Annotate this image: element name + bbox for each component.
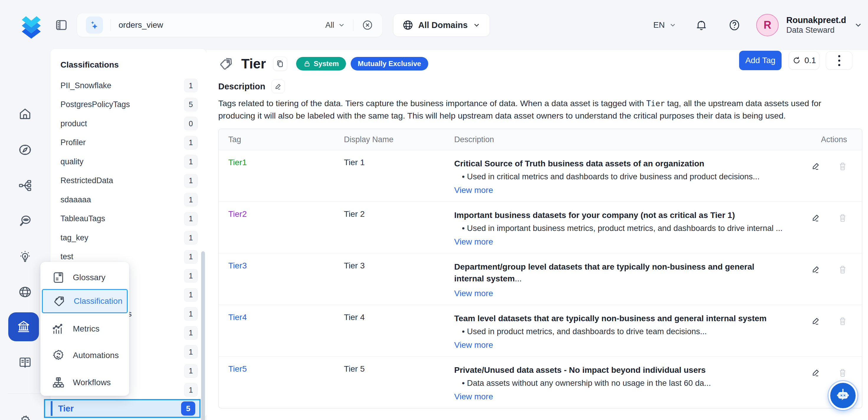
view-more-link[interactable]: View more: [454, 340, 789, 350]
topbar: orders_view All All Domains EN: [0, 0, 868, 50]
divider: [353, 19, 353, 31]
view-more-link[interactable]: View more: [454, 392, 789, 401]
ai-sparkle-icon[interactable]: [86, 17, 103, 34]
count-badge: 1: [184, 307, 197, 321]
classification-item[interactable]: RestrictedData1: [51, 171, 207, 190]
network-globe-icon[interactable]: [18, 285, 32, 299]
delete-icon[interactable]: [838, 265, 848, 275]
edit-icon[interactable]: [811, 368, 820, 377]
view-more-link[interactable]: View more: [454, 237, 789, 247]
tag-link[interactable]: Tier5: [219, 364, 335, 401]
chatbot-button[interactable]: [829, 381, 857, 410]
classification-item[interactable]: sdaaaaa1: [51, 190, 207, 209]
tag-link[interactable]: Tier1: [219, 158, 335, 195]
reporting-book-icon[interactable]: [18, 356, 32, 370]
insights-bulb-icon[interactable]: [18, 249, 32, 264]
classifications-title: Classifications: [60, 60, 119, 69]
edit-icon[interactable]: [811, 161, 820, 171]
clear-search-icon[interactable]: [362, 19, 373, 31]
count-badge: 1: [184, 345, 197, 359]
discover-compass-icon[interactable]: [18, 143, 32, 157]
robot-icon: [835, 387, 851, 404]
classification-item[interactable]: PostgresPolicyTags5: [51, 95, 207, 115]
mutually-exclusive-badge: Mutually Exclusive: [351, 57, 428, 70]
tag-link[interactable]: Tier3: [219, 261, 335, 298]
kebab-menu-button[interactable]: [826, 51, 852, 69]
table-row-tier4: Tier4 Tier 4 Team level datasets that ar…: [219, 305, 862, 356]
classification-description: Tags related to tiering of the data. Tie…: [218, 97, 859, 122]
home-icon[interactable]: [18, 107, 32, 121]
delete-icon[interactable]: [838, 161, 848, 171]
edit-icon[interactable]: [811, 316, 820, 326]
lineage-icon[interactable]: [18, 178, 32, 192]
workflows-icon: [52, 376, 65, 389]
add-tag-button[interactable]: Add Tag: [739, 51, 782, 70]
search-scope-dropdown[interactable]: All: [325, 21, 345, 30]
tags-icon: [53, 294, 66, 308]
user-role: Data Steward: [786, 25, 846, 35]
edit-icon[interactable]: [811, 213, 820, 222]
help-icon[interactable]: [728, 19, 741, 32]
version-button[interactable]: 0.1: [789, 51, 819, 69]
user-avatar[interactable]: R: [756, 14, 779, 36]
view-more-link[interactable]: View more: [454, 185, 789, 195]
rail-divider: [8, 393, 42, 394]
classification-item[interactable]: quality1: [51, 152, 207, 171]
menu-item-automations[interactable]: Automations: [40, 343, 129, 367]
settings-gear-icon[interactable]: [18, 414, 32, 420]
notifications-bell-icon[interactable]: [695, 19, 708, 32]
language-value: EN: [653, 20, 665, 30]
delete-icon[interactable]: [838, 368, 848, 378]
table-row-tier1: Tier1 Tier 1 Critical Source of Truth bu…: [219, 150, 862, 202]
table-header: Tag Display Name Description Actions: [219, 129, 862, 150]
count-badge: 1: [184, 193, 197, 206]
count-badge: 1: [184, 212, 197, 226]
menu-item-classification[interactable]: Classification: [42, 289, 128, 313]
description-row: Description: [218, 80, 285, 93]
chevron-down-icon[interactable]: [854, 21, 863, 30]
search-input[interactable]: orders_view: [119, 20, 325, 30]
sidebar-toggle-icon[interactable]: [54, 18, 68, 32]
domains-dropdown[interactable]: All Domains: [393, 13, 490, 36]
globe-icon: [402, 20, 413, 31]
bank-icon: [16, 319, 31, 334]
view-more-link[interactable]: View more: [454, 289, 789, 298]
classification-item[interactable]: PII_Snowflake1: [51, 76, 207, 95]
scrollbar-thumb[interactable]: [201, 251, 205, 420]
lock-icon: [303, 60, 311, 67]
copy-icon[interactable]: [273, 57, 287, 71]
classification-item[interactable]: tag_key1: [51, 228, 207, 247]
col-header-actions: Actions: [789, 135, 862, 144]
book-icon: [52, 271, 65, 284]
classification-item[interactable]: product0: [51, 114, 207, 133]
language-selector[interactable]: EN: [653, 20, 677, 30]
header-actions: Add Tag 0.1: [739, 50, 868, 71]
classification-item-tier-selected[interactable]: Tier 5: [44, 399, 200, 418]
delete-icon[interactable]: [838, 213, 848, 223]
classification-item[interactable]: Profiler1: [51, 133, 207, 152]
global-search-bar[interactable]: orders_view All: [77, 13, 382, 37]
governance-nav-active[interactable]: [8, 312, 39, 341]
description-label: Description: [218, 82, 266, 91]
governance-popup-menu: Glossary Classification Metrics Automati…: [40, 262, 129, 396]
page-header: Tier System Mutually Exclusive: [218, 55, 428, 72]
page-title: Tier: [241, 56, 266, 72]
user-menu[interactable]: Rounakpreet.d Data Steward: [786, 15, 846, 35]
classification-item[interactable]: TableauTags1: [51, 209, 207, 229]
menu-item-metrics[interactable]: Metrics: [40, 317, 129, 341]
count-badge: 0: [184, 117, 197, 130]
edit-description-icon[interactable]: [271, 80, 285, 93]
edit-icon[interactable]: [811, 265, 820, 274]
tags-table: Tag Display Name Description Actions Tie…: [218, 129, 862, 409]
col-header-description: Description: [445, 135, 789, 144]
count-badge: 1: [184, 136, 197, 150]
menu-item-workflows[interactable]: Workflows: [40, 370, 129, 395]
count-badge: 1: [184, 250, 197, 264]
menu-item-glossary[interactable]: Glossary: [40, 266, 129, 290]
observability-search-eye-icon[interactable]: [18, 214, 32, 228]
delete-icon[interactable]: [838, 316, 848, 326]
tag-link[interactable]: Tier4: [219, 313, 335, 350]
tag-link[interactable]: Tier2: [219, 209, 335, 247]
count-badge: 5: [184, 98, 197, 112]
count-badge: 1: [184, 326, 197, 340]
